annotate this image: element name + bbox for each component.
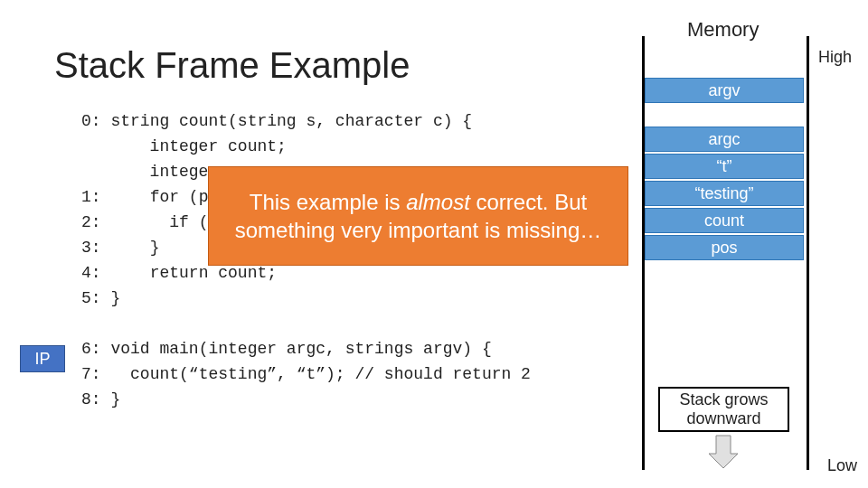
ln-8: 8: [81,390,101,408]
stack-growth-label: Stack grows downward [658,387,789,432]
code-6: void main(integer argc, strings argv) { [110,340,491,358]
ln-3: 3: [81,239,101,257]
ln-1: 1: [81,188,101,206]
stack-cell-argc: argc [645,127,804,152]
slide-title: Stack Frame Example [54,45,410,86]
ln-0: 0: [81,112,101,130]
stack-cell-testing: “testing” [645,181,804,206]
code-8: } [110,390,120,408]
code-4: return count; [110,264,277,282]
callout-box: This example is almost correct. But some… [208,166,628,266]
code-3: } [110,239,159,257]
stack-cell-pos: pos [645,235,804,260]
ln-4: 4: [81,264,101,282]
ln-2: 2: [81,213,101,231]
ln-7: 7: [81,365,101,383]
ip-indicator: IP [20,345,65,372]
code-7: count(“testing”, “t”); // should return … [110,365,530,383]
ln-5: 5: [81,289,101,307]
stack-cell-t: “t” [645,154,804,179]
memory-border-right [807,36,809,470]
code-5: } [110,289,120,307]
ln-6: 6: [81,340,101,358]
stack-cell-argv: argv [645,78,804,103]
low-label: Low [827,456,857,475]
arrow-down-icon [705,434,741,470]
high-label: High [818,48,852,67]
callout-text: This example is almost correct. But some… [227,188,609,244]
stack-cell-count: count [645,208,804,233]
code-0a: integer count; [110,137,286,155]
code-0: string count(string s, character c) { [110,112,472,130]
